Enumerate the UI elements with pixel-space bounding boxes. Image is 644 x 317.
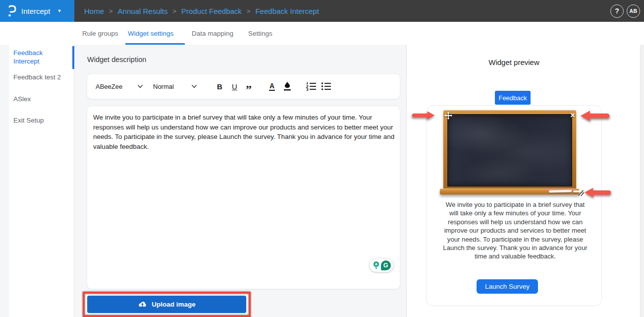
font-family-chevron-down-icon[interactable] (138, 74, 143, 99)
blockquote-button[interactable]: ” (246, 74, 252, 99)
avatar[interactable]: AB (627, 4, 640, 18)
tab-rule-groups[interactable]: Rule groups (82, 22, 118, 45)
chalkboard-surface (447, 114, 572, 187)
annotation-arrow-left (584, 187, 611, 198)
brand-name: Intercept (21, 7, 50, 15)
sidebar-item-feedback-intercept[interactable]: Feedback Intercept (13, 49, 63, 65)
sidebar-item-aslex[interactable]: ASlex (13, 95, 63, 104)
bold-button[interactable]: B (217, 74, 222, 99)
font-family-dropdown[interactable]: ABeeZee (96, 74, 122, 99)
tab-widget-settings[interactable]: Widget settings (128, 22, 173, 45)
rich-text-toolbar: ABeeZee Normal B U ” A (87, 73, 400, 99)
grammarly-widget: G (369, 258, 394, 272)
chalkboard-image (443, 110, 576, 190)
upload-image-label: Upload image (152, 301, 196, 308)
ink-icon (283, 81, 292, 91)
sidebar (9, 45, 74, 317)
ordered-list-button[interactable] (306, 74, 317, 99)
upload-image-button[interactable]: Upload image (87, 296, 246, 313)
bullet-list-icon (321, 82, 331, 91)
move-handle-icon[interactable] (444, 112, 452, 120)
widget-description-title: Widget description (87, 56, 146, 63)
bullet-list-button[interactable] (321, 74, 331, 99)
breadcrumb: Home > Annual Results > Product Feedback… (84, 0, 319, 22)
brand-logo-icon (7, 4, 17, 17)
sidebar-item-exit-setup[interactable]: Exit Setup (13, 117, 63, 125)
launch-survey-button[interactable]: Launch Survey (477, 279, 538, 294)
breadcrumb-feedback-intercept[interactable]: Feedback Intercept (255, 7, 319, 15)
paragraph-style-chevron-down-icon[interactable] (192, 74, 197, 99)
breadcrumb-separator: > (173, 7, 177, 15)
help-icon[interactable]: ? (610, 4, 624, 18)
paragraph-style-dropdown[interactable]: Normal (153, 74, 174, 99)
annotation-arrow-right (412, 110, 435, 121)
preview-body-text: We invite you to participate in a brief … (440, 200, 590, 261)
cloud-upload-icon (138, 301, 147, 308)
active-item-indicator (72, 46, 74, 69)
vertical-scrollbar[interactable] (640, 22, 644, 317)
sidebar-divider (74, 45, 74, 317)
breadcrumb-annual-results[interactable]: Annual Results (118, 7, 168, 15)
paragraph-style-value: Normal (153, 83, 174, 90)
underline-button[interactable]: U (232, 74, 237, 99)
font-family-value: ABeeZee (96, 83, 122, 90)
sidebar-item-feedback-test-2[interactable]: Feedback test 2 (13, 73, 63, 82)
breadcrumb-product-feedback[interactable]: Product Feedback (181, 7, 242, 15)
chevron-down-icon: ▼ (57, 8, 61, 13)
feedback-launcher-button[interactable]: Feedback (495, 91, 531, 105)
annotation-arrow-left (578, 110, 612, 122)
grammarly-suggestion-icon[interactable] (373, 261, 380, 269)
editor-body-text[interactable]: We invite you to participate in a brief … (93, 113, 395, 151)
widget-preview-title: Widget preview (426, 58, 602, 66)
tab-settings[interactable]: Settings (248, 22, 272, 45)
app-window: Intercept ▼ Home > Annual Results > Prod… (0, 0, 644, 317)
close-icon[interactable]: ✕ (569, 112, 577, 120)
breadcrumb-separator: > (109, 7, 113, 15)
top-header: Intercept ▼ Home > Annual Results > Prod… (0, 0, 644, 22)
grammarly-logo-icon[interactable]: G (381, 260, 391, 270)
background-color-button[interactable] (283, 74, 292, 99)
text-color-button[interactable]: A (269, 74, 275, 99)
tab-data-mapping[interactable]: Data mapping (192, 22, 233, 45)
active-tab-underline (125, 43, 185, 45)
ordered-list-icon (306, 82, 317, 91)
product-switcher[interactable]: Intercept ▼ (0, 0, 74, 22)
tab-bar: Rule groups Widget settings Data mapping… (0, 22, 644, 45)
header-actions: ? AB (610, 0, 640, 22)
breadcrumb-separator: > (247, 7, 251, 15)
widget-description-editor[interactable]: We invite you to participate in a brief … (87, 106, 400, 289)
breadcrumb-home[interactable]: Home (84, 7, 104, 15)
